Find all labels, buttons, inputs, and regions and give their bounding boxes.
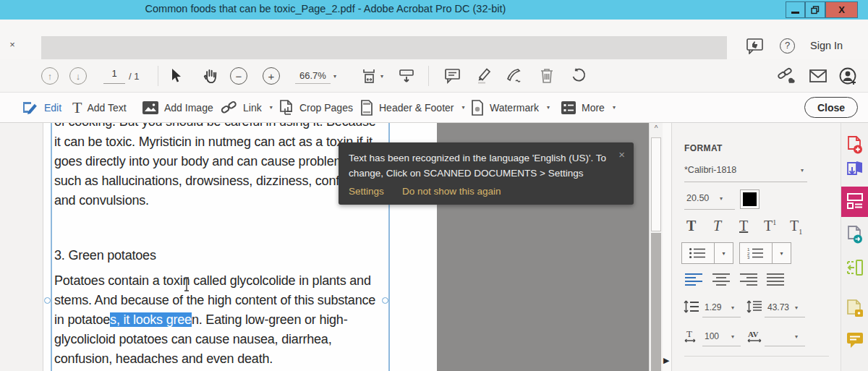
edit-mode-button[interactable]: Edit [22,93,61,122]
edit-pdf-icon [847,193,863,210]
textbox-right-handle[interactable] [382,297,388,304]
more-menu-button[interactable]: More ▾ [561,93,616,122]
bold-button[interactable]: T [686,218,696,234]
feedback-icon[interactable] [746,38,765,57]
zoom-level-dropdown[interactable]: 66.7% ▾ [295,59,336,93]
hand-tool-button[interactable] [201,59,220,93]
help-icon[interactable]: ? [780,38,795,54]
delete-button[interactable] [539,59,555,93]
superscript-button[interactable]: T1 [764,218,776,234]
vertical-scrollbar[interactable]: ^ [649,123,663,371]
notification-message: Text has been recognized in the language… [349,151,609,182]
share-link-button[interactable] [777,59,797,93]
textbox-left-handle[interactable] [44,297,51,304]
underline-button[interactable]: T [739,218,748,234]
navigation-pane-strip[interactable] [0,123,43,371]
email-button[interactable] [809,59,827,93]
chevron-down-icon[interactable]: ▾ [731,304,734,311]
font-underline [684,182,807,182]
title-bar: Common foods that can be toxic_Page_2.pd… [0,0,868,20]
chevron-down-icon[interactable]: ▾ [801,167,804,174]
doc-text-line: such as hallucinations, drowsiness, dizz… [54,174,370,189]
edit-pdf-tool-active[interactable] [841,187,868,217]
crop-pages-button[interactable]: Crop Pages [278,93,353,122]
redo-button[interactable] [570,59,587,93]
notification-close-icon[interactable]: × [618,148,625,161]
line-spacing-value[interactable]: 1.29 [705,302,721,312]
chevron-down-icon: ▾ [462,104,465,111]
minimize-button[interactable] [786,1,805,18]
align-center-button[interactable] [712,273,731,289]
highlighter-icon [475,67,493,85]
subscript-button[interactable]: T1 [790,218,802,236]
tools-rail [841,123,868,371]
text-before-selection: in potatoe [54,312,110,327]
paragraph-spacing-value[interactable]: 43.73 [767,302,789,312]
horizontal-scale-icon: T [684,328,699,346]
main-toolbar: ↑ ↓ 1 / 1 − + 66.7% ▾ ▾ [0,59,868,93]
header-footer-button[interactable]: Header & Footer ▾ [359,93,465,122]
scrollbar-up-icon[interactable]: ^ [650,124,663,136]
export-pdf-button[interactable] [846,161,864,182]
chevron-down-icon[interactable]: ▾ [715,243,733,263]
restore-button[interactable] [805,1,825,18]
sign-in-button[interactable]: Sign In [810,40,843,51]
horizontal-scale-value[interactable]: 100 [705,331,719,341]
comment-tool-button[interactable] [846,331,864,351]
font-name-dropdown[interactable]: *Calibri-1818 [684,165,736,175]
account-button[interactable] [839,59,858,93]
previous-page-button[interactable]: ↑ [41,59,59,93]
create-pdf-button[interactable] [846,136,864,158]
subscript-T: T [790,218,799,234]
close-tab-icon[interactable]: × [6,38,19,51]
chevron-down-icon[interactable]: ▾ [773,243,791,263]
add-text-icon: T [72,98,82,117]
link-menu-button[interactable]: Link ▾ [221,93,273,122]
zoom-in-button[interactable]: + [263,59,280,93]
chevron-down-icon[interactable]: ▾ [795,333,798,340]
font-color-swatch[interactable] [740,189,760,209]
highlight-button[interactable] [475,59,493,93]
scrollbar-thumb[interactable] [651,137,661,231]
italic-button[interactable]: T [713,218,721,234]
link-label: Link [243,102,262,114]
chevron-down-icon[interactable]: ▾ [731,333,734,340]
watermark-button[interactable]: Watermark ▾ [470,93,550,122]
document-tab[interactable] [41,36,727,59]
notification-settings-link[interactable]: Settings [349,186,384,197]
chevron-down-icon[interactable]: ▾ [795,304,798,311]
scrollbar-track[interactable] [651,233,661,371]
send-for-review-button[interactable] [846,226,864,247]
align-right-button[interactable] [739,273,758,289]
notification-dismiss-link[interactable]: Do not show this again [402,186,501,197]
comment-button[interactable] [444,59,461,93]
selected-text: s, it looks gree [110,312,192,327]
add-text-button[interactable]: T Add Text [72,93,127,122]
add-image-button[interactable]: Add Image [142,93,213,122]
textbox-left-border[interactable] [51,123,52,371]
line-spacing-underline [702,317,741,317]
scrolling-mode-button[interactable] [398,59,415,93]
sign-button[interactable] [506,59,524,93]
expand-panel-icon[interactable]: ▶ [663,356,669,365]
fill-sign-button[interactable] [846,299,864,321]
comment-bubble-icon [846,331,864,349]
add-text-label: Add Text [87,102,126,114]
doc-text-line: and convulsions. [54,193,149,208]
font-size-dropdown[interactable]: 20.50 [686,193,709,203]
align-justify-button[interactable] [766,273,785,289]
numbered-list-button[interactable]: 123 ▾ [739,242,791,264]
enhance-scans-button[interactable] [846,259,864,279]
svg-text:T: T [686,328,692,339]
align-left-button[interactable] [684,273,703,289]
page-number-input[interactable]: 1 [103,68,125,84]
bullet-list-button[interactable]: ▾ [681,242,733,264]
fit-width-button[interactable]: ▾ [360,59,383,93]
next-page-button[interactable]: ↓ [69,59,87,93]
close-edit-button[interactable]: Close [804,97,858,118]
zoom-out-button[interactable]: − [230,59,247,93]
line-spacing-icon [684,300,699,316]
chevron-down-icon[interactable]: ▾ [720,195,723,202]
select-tool-button[interactable] [168,59,185,93]
close-window-button[interactable]: X [825,1,858,18]
